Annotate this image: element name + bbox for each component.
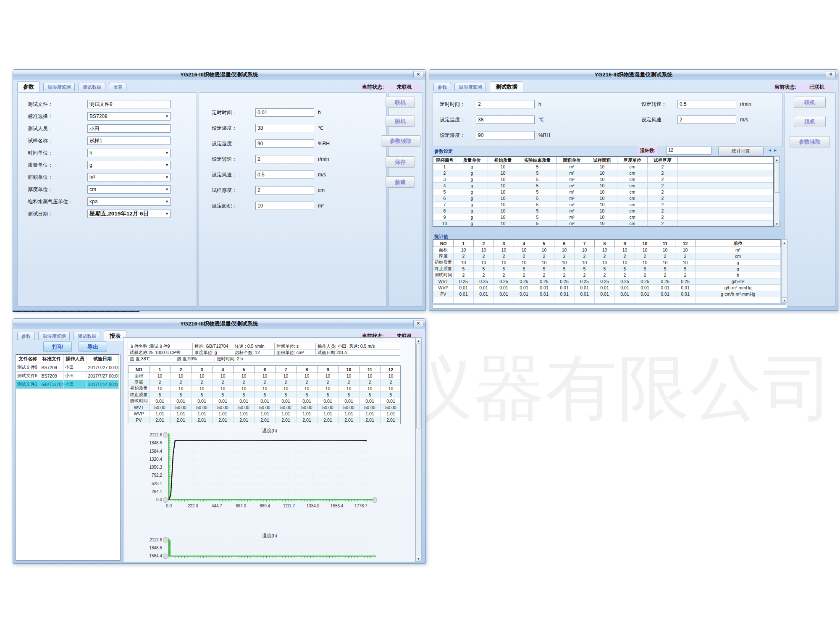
table-row[interactable]: WVT0.250.250.250.250.250.250.250.250.250… [433,278,781,285]
new-button[interactable]: 新建 [386,176,415,188]
read-params-button[interactable]: 参数读取 [790,136,830,147]
set-humidity-input[interactable]: 90 [476,131,535,139]
table-row[interactable]: 2g105m²10cm2 [433,170,773,176]
set-temperature-input[interactable]: 38 [255,124,314,132]
pager-left-icon[interactable]: ◄ [768,148,773,152]
set-wind-input[interactable]: 0.5 [255,171,314,179]
title-bar[interactable]: YG216-III织物透湿量仪测试系统 × [13,70,425,80]
table-row[interactable]: PV0.010.010.010.010.010.010.010.010.010.… [433,291,781,297]
table-row[interactable]: 6g105m²10cm2 [433,195,773,202]
timer-time-input[interactable]: 0.01 [255,108,314,117]
set-temperature-input[interactable]: 38 [476,116,535,124]
tab-test-data[interactable]: 测试数据 [490,81,523,92]
tab-test-data[interactable]: 测试数据 [74,332,100,340]
table-row[interactable]: 10g105m²10cm2 [433,220,773,227]
save-button[interactable]: 保存 [386,156,415,168]
print-button[interactable]: 打印 [43,341,72,352]
close-icon[interactable]: × [413,320,423,327]
table-row[interactable]: 9g105m²10cm2 [433,214,773,220]
window-parameters: YG216-III织物透湿量仪测试系统 × 参数 温湿度监测 测试数据 报表 当… [13,69,426,311]
close-icon[interactable]: × [413,71,423,78]
scroll-thumb[interactable] [774,163,780,193]
thickness-unit-select[interactable]: cm▼ [87,185,171,194]
table-row[interactable]: 3g105m²10cm2 [433,176,773,183]
file-list-table[interactable]: 文件名称标准文件操作人员试验日期测试文件9BS7209小田2017/7/27 0… [16,354,119,388]
scroll-up-icon[interactable]: ▲ [416,338,421,343]
export-button[interactable]: 导出 [79,341,107,352]
table-row[interactable]: 4g105m²10cm2 [433,183,773,189]
table-row[interactable]: 8g105m²10cm2 [433,208,773,214]
timer-time-input[interactable]: 2 [476,100,535,108]
table-row[interactable] [433,297,781,304]
set-area-input[interactable]: 10 [255,202,314,210]
horizontal-scroll-track[interactable] [433,305,788,309]
table-row[interactable]: 厚度222222222222cm [433,253,781,260]
table-row[interactable]: 测试文件1GB/T12704小田2017/7/14 00:00 [16,380,119,388]
scroll-down-icon[interactable]: ▼ [774,221,780,226]
set-speed-input[interactable]: 2 [255,155,314,163]
vapor-pressure-unit-select[interactable]: kpa▼ [87,197,171,206]
scroll-up-icon[interactable]: ▲ [782,240,787,245]
table-row[interactable]: 温 度:38℃湿 度:90%定时时间: 2 h [128,356,401,362]
param-table-scrollbar[interactable]: ▲ ▼ [774,156,780,227]
tab-temp-humidity-monitor[interactable]: 温湿度监测 [454,83,486,91]
mass-unit-select[interactable]: g▼ [87,161,171,169]
table-row[interactable]: 测试文件6BS7209小田2017/7/27 00:00 [16,372,119,380]
area-unit-select[interactable]: in²▼ [87,173,171,181]
table-row[interactable]: 面积101010101010101010101010 [129,373,401,379]
tab-temp-humidity-monitor[interactable]: 温湿度监测 [38,332,70,340]
table-row[interactable]: 测试时间222222222222h [433,272,781,278]
tab-parameters[interactable]: 参数 [17,332,35,340]
table-row[interactable]: 5g105m²10cm2 [433,189,773,195]
table-row[interactable]: 测试时间0.010.010.010.010.010.010.010.010.01… [129,398,401,404]
close-icon[interactable]: × [826,71,836,78]
disconnect-button[interactable]: 脱机 [386,116,415,127]
statistics-calc-button[interactable]: 统计计算 [718,146,764,155]
tab-bar: 参数 温湿度监测 测试数据 报表 当前状态:未联机 [13,80,425,92]
set-speed-input[interactable]: 0.5 [677,100,736,108]
pager-arrows[interactable]: ◄► [768,148,779,152]
table-row[interactable]: 初始质量101010101010101010101010 [129,386,401,392]
connect-button[interactable]: 联机 [794,97,826,108]
tester-input[interactable]: 小田 [87,124,171,133]
standard-select-select[interactable]: BS7209▼ [87,112,171,121]
table-row[interactable]: 终止质量555555555555g [433,266,781,272]
scroll-up-icon[interactable]: ▲ [774,157,780,162]
table-row[interactable]: 面积101010101010101010101010m² [433,247,781,253]
read-params-button[interactable]: 参数读取 [381,135,420,147]
table-row[interactable]: WVT50.0050.0050.0050.0050.0050.0050.0050… [129,404,401,411]
tab-parameters[interactable]: 参数 [433,83,451,91]
set-humidity-input[interactable]: 90 [255,139,314,148]
time-unit-select[interactable]: h▼ [87,149,171,157]
connect-button[interactable]: 联机 [386,97,415,108]
table-row[interactable]: 终止质量555555555555 [129,392,401,398]
pager-right-icon[interactable]: ► [773,148,779,152]
scroll-down-icon[interactable]: ▼ [416,556,421,561]
table-row[interactable]: WVP0.010.010.010.010.010.010.010.010.010… [433,285,781,291]
cup-count-input[interactable]: 12 [666,147,711,155]
table-row[interactable]: 测试文件9BS7209小田2017/7/27 00:00 [16,363,119,372]
title-bar[interactable]: YG216-III织物透湿量仪测试系统 × [429,70,838,80]
tab-report[interactable]: 报表 [109,83,126,91]
title-bar[interactable]: YG216-III织物透湿量仪测试系统 × [13,319,425,329]
tab-parameters[interactable]: 参数 [17,81,40,92]
table-row[interactable]: 7g105m²10cm2 [433,202,773,208]
table-row[interactable]: 初始质量101010101010101010101010g [433,260,781,266]
scroll-thumb[interactable] [416,344,422,428]
table-row[interactable]: WVP1.011.011.011.011.011.011.011.011.011… [129,411,401,417]
tab-test-data[interactable]: 测试数据 [79,83,105,91]
scroll-down-icon[interactable]: ▼ [782,297,787,303]
tab-temp-humidity-monitor[interactable]: 温湿度监测 [43,83,75,91]
param-setting-table[interactable]: 湿杯编号质量单位初始质量实验结束质量面积单位试样面积厚度单位试样厚度1g105m… [433,156,774,227]
table-row[interactable]: PV2.012.012.012.012.012.012.012.012.012.… [129,417,401,423]
disconnect-button[interactable]: 脱机 [794,116,826,127]
sample-thickness-input[interactable]: 2 [255,186,314,194]
test-date-select[interactable]: 星期五,2019年12月 6日▼ [87,210,171,218]
table-row[interactable]: 1g105m²10cm2 [433,164,773,170]
test-file-input[interactable]: 测试文件9 [87,100,171,108]
report-scrollbar[interactable]: ▲ ▼ [415,337,422,562]
table-row[interactable]: 厚度222222222222 [129,379,401,386]
set-wind-input[interactable]: 2 [677,116,736,124]
stats-table-scrollbar[interactable]: ▲ ▼ [781,239,788,303]
sample-name-input[interactable]: 试样1 [87,136,171,145]
